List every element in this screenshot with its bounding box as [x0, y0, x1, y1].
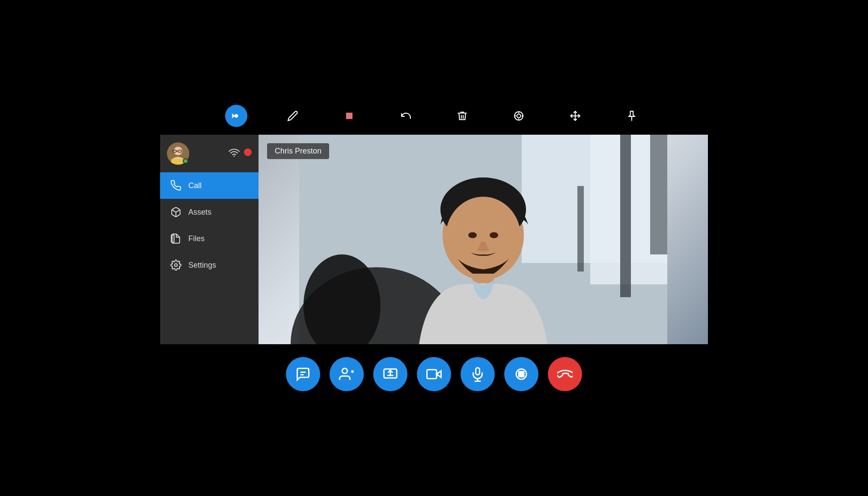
caller-name-badge: Chris Preston [267, 143, 329, 159]
sidebar: Call Assets Files [160, 135, 259, 344]
sidebar-item-assets-label: Assets [188, 208, 211, 217]
caller-name: Chris Preston [275, 147, 321, 155]
move-button[interactable] [564, 105, 586, 127]
add-participant-button[interactable] [330, 357, 364, 391]
sidebar-nav: Call Assets Files [160, 172, 259, 344]
svg-point-19 [234, 156, 235, 157]
svg-point-22 [175, 264, 178, 267]
share-screen-button[interactable] [373, 357, 407, 391]
target-button[interactable] [508, 105, 530, 127]
video-icon [426, 366, 442, 382]
back-button[interactable] [225, 105, 247, 127]
delete-button[interactable] [451, 105, 473, 127]
video-feed: Chris Preston [259, 135, 708, 344]
pen-button[interactable] [282, 105, 304, 127]
video-button[interactable] [417, 357, 451, 391]
assets-icon [170, 207, 181, 218]
sidebar-item-settings-label: Settings [188, 261, 216, 270]
sidebar-item-files[interactable]: Files [160, 225, 259, 252]
svg-marker-45 [437, 371, 441, 378]
svg-rect-46 [427, 370, 437, 379]
svg-rect-51 [519, 372, 524, 377]
undo-button[interactable] [395, 105, 417, 127]
svg-point-3 [517, 114, 521, 118]
sidebar-item-assets[interactable]: Assets [160, 199, 259, 225]
phone-icon [170, 180, 181, 191]
svg-rect-21 [171, 235, 174, 242]
chat-button[interactable] [286, 357, 320, 391]
sidebar-item-call[interactable]: Call [160, 172, 259, 199]
call-controls [286, 357, 582, 391]
svg-point-39 [342, 369, 348, 374]
svg-rect-1 [346, 112, 352, 119]
color-button[interactable] [338, 105, 360, 127]
mic-button[interactable] [461, 357, 495, 391]
svg-point-33 [446, 197, 521, 278]
svg-rect-26 [620, 135, 631, 297]
chat-icon [295, 366, 311, 382]
svg-rect-47 [476, 368, 480, 375]
mic-icon [470, 366, 485, 382]
pin-button[interactable] [621, 105, 643, 127]
svg-point-34 [468, 232, 477, 238]
files-icon [170, 233, 181, 244]
wifi-icon [229, 148, 240, 159]
record-icon [514, 366, 529, 382]
end-call-button[interactable] [548, 357, 582, 391]
svg-rect-28 [577, 186, 584, 272]
top-toolbar [160, 105, 708, 135]
avatar [167, 142, 189, 165]
video-background [259, 135, 708, 344]
record-button[interactable] [504, 357, 538, 391]
sidebar-item-settings[interactable]: Settings [160, 252, 259, 278]
svg-point-35 [490, 232, 498, 238]
add-person-icon [339, 366, 354, 382]
settings-icon [170, 260, 181, 271]
sidebar-status-icons [229, 148, 252, 159]
sidebar-header [160, 135, 259, 172]
share-screen-icon [383, 366, 398, 382]
record-indicator[interactable] [244, 148, 252, 156]
online-status [183, 158, 188, 164]
svg-rect-27 [650, 135, 667, 254]
end-call-icon [557, 366, 573, 382]
sidebar-item-call-label: Call [188, 181, 202, 190]
sidebar-item-files-label: Files [188, 234, 205, 243]
video-area: Chris Preston [259, 135, 708, 344]
content-area: Call Assets Files [160, 135, 708, 344]
